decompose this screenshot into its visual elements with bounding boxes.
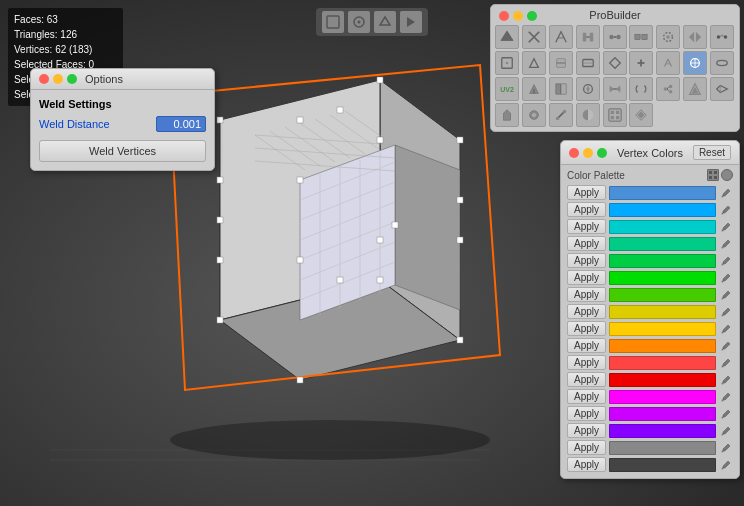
pb-icon-r3-4[interactable] — [576, 77, 600, 101]
vc-eyedropper-3[interactable] — [719, 237, 733, 251]
vc-swatch-5[interactable] — [609, 271, 716, 285]
vc-swatch-8[interactable] — [609, 322, 716, 336]
options-minimize-dot[interactable] — [53, 74, 63, 84]
weld-vertices-button[interactable]: Weld Vertices — [39, 140, 206, 162]
vc-swatch-16[interactable] — [609, 458, 716, 472]
pb-uv2[interactable]: UV2 — [495, 77, 519, 101]
pb-weld[interactable] — [710, 25, 734, 49]
vc-apply-btn-14[interactable]: Apply — [567, 423, 606, 438]
vc-eyedropper-0[interactable] — [719, 186, 733, 200]
vc-swatch-1[interactable] — [609, 203, 716, 217]
pb-icon-r2-1[interactable] — [495, 51, 519, 75]
vc-apply-btn-10[interactable]: Apply — [567, 355, 606, 370]
toolbar-btn-3[interactable] — [400, 11, 422, 33]
vc-apply-btn-12[interactable]: Apply — [567, 389, 606, 404]
vc-swatch-11[interactable] — [609, 373, 716, 387]
vc-eyedropper-1[interactable] — [719, 203, 733, 217]
pb-icon-r3-7[interactable] — [656, 77, 680, 101]
pb-icon-r4-3[interactable] — [549, 103, 573, 127]
vc-apply-btn-6[interactable]: Apply — [567, 287, 606, 302]
pb-icon-r3-6[interactable] — [629, 77, 653, 101]
pb-icon-r2-3[interactable] — [549, 51, 573, 75]
pb-icon-r4-1[interactable] — [495, 103, 519, 127]
pb-icon-r2-8[interactable] — [683, 51, 707, 75]
vc-eyedropper-8[interactable] — [719, 322, 733, 336]
vc-swatch-2[interactable] — [609, 220, 716, 234]
vc-swatch-12[interactable] — [609, 390, 716, 404]
vc-eyedropper-6[interactable] — [719, 288, 733, 302]
pb-icon-r4-6[interactable] — [629, 103, 653, 127]
vc-apply-btn-9[interactable]: Apply — [567, 338, 606, 353]
vc-swatch-15[interactable] — [609, 441, 716, 455]
vc-swatch-10[interactable] — [609, 356, 716, 370]
vc-apply-btn-0[interactable]: Apply — [567, 185, 606, 200]
vc-apply-btn-2[interactable]: Apply — [567, 219, 606, 234]
vc-swatch-3[interactable] — [609, 237, 716, 251]
pb-cut[interactable] — [522, 25, 546, 49]
pb-icon-r2-6[interactable] — [629, 51, 653, 75]
pb-new-shape[interactable] — [495, 25, 519, 49]
vc-eyedropper-16[interactable] — [719, 458, 733, 472]
vc-apply-btn-11[interactable]: Apply — [567, 372, 606, 387]
pb-icon-r2-4[interactable] — [576, 51, 600, 75]
vc-eyedropper-14[interactable] — [719, 424, 733, 438]
pb-icon-r3-5[interactable] — [603, 77, 627, 101]
vc-close-dot[interactable] — [569, 148, 579, 158]
vc-swatch-4[interactable] — [609, 254, 716, 268]
vc-swatch-6[interactable] — [609, 288, 716, 302]
weld-distance-input[interactable] — [156, 116, 206, 132]
vc-eyedropper-2[interactable] — [719, 220, 733, 234]
vc-maximize-dot[interactable] — [597, 148, 607, 158]
vc-apply-btn-16[interactable]: Apply — [567, 457, 606, 472]
pb-bridge[interactable] — [576, 25, 600, 49]
vc-swatch-7[interactable] — [609, 305, 716, 319]
vc-apply-btn-13[interactable]: Apply — [567, 406, 606, 421]
pb-icon-r3-3[interactable] — [549, 77, 573, 101]
vc-apply-btn-4[interactable]: Apply — [567, 253, 606, 268]
vc-grid-icon[interactable] — [707, 169, 719, 181]
pb-flip[interactable] — [683, 25, 707, 49]
vc-eyedropper-7[interactable] — [719, 305, 733, 319]
options-close-dot[interactable] — [39, 74, 49, 84]
vc-eyedropper-10[interactable] — [719, 356, 733, 370]
pb-icon-r2-7[interactable] — [656, 51, 680, 75]
pb-icon-r2-9[interactable] — [710, 51, 734, 75]
vc-eyedropper-11[interactable] — [719, 373, 733, 387]
toolbar-btn-0[interactable] — [322, 11, 344, 33]
pb-icon-r2-2[interactable] — [522, 51, 546, 75]
pb-fill-hole[interactable] — [656, 25, 680, 49]
options-maximize-dot[interactable] — [67, 74, 77, 84]
pb-icon-r3-9[interactable] — [710, 77, 734, 101]
vc-eyedropper-4[interactable] — [719, 254, 733, 268]
toolbar-btn-1[interactable] — [348, 11, 370, 33]
pb-icon-r4-2[interactable] — [522, 103, 546, 127]
vc-eyedropper-9[interactable] — [719, 339, 733, 353]
pb-close-dot[interactable] — [499, 11, 509, 21]
vc-apply-btn-15[interactable]: Apply — [567, 440, 606, 455]
pb-minimize-dot[interactable] — [513, 11, 523, 21]
vc-eyedropper-12[interactable] — [719, 390, 733, 404]
vc-minimize-dot[interactable] — [583, 148, 593, 158]
pb-detach[interactable] — [629, 25, 653, 49]
vc-swatch-14[interactable] — [609, 424, 716, 438]
vc-eyedropper-13[interactable] — [719, 407, 733, 421]
vc-circle-icon[interactable] — [721, 169, 733, 181]
pb-icon-r3-8[interactable] — [683, 77, 707, 101]
pb-icon-r3-2[interactable] — [522, 77, 546, 101]
vc-apply-btn-7[interactable]: Apply — [567, 304, 606, 319]
vc-swatch-9[interactable] — [609, 339, 716, 353]
pb-connect[interactable] — [603, 25, 627, 49]
vc-reset-button[interactable]: Reset — [693, 145, 731, 160]
pb-icon-r4-4[interactable] — [576, 103, 600, 127]
vc-apply-btn-8[interactable]: Apply — [567, 321, 606, 336]
toolbar-btn-2[interactable] — [374, 11, 396, 33]
vc-eyedropper-5[interactable] — [719, 271, 733, 285]
vc-apply-btn-3[interactable]: Apply — [567, 236, 606, 251]
vc-eyedropper-15[interactable] — [719, 441, 733, 455]
pb-maximize-dot[interactable] — [527, 11, 537, 21]
vc-apply-btn-5[interactable]: Apply — [567, 270, 606, 285]
pb-icon-r2-5[interactable] — [603, 51, 627, 75]
vc-swatch-0[interactable] — [609, 186, 716, 200]
pb-bevel[interactable] — [549, 25, 573, 49]
vc-apply-btn-1[interactable]: Apply — [567, 202, 606, 217]
